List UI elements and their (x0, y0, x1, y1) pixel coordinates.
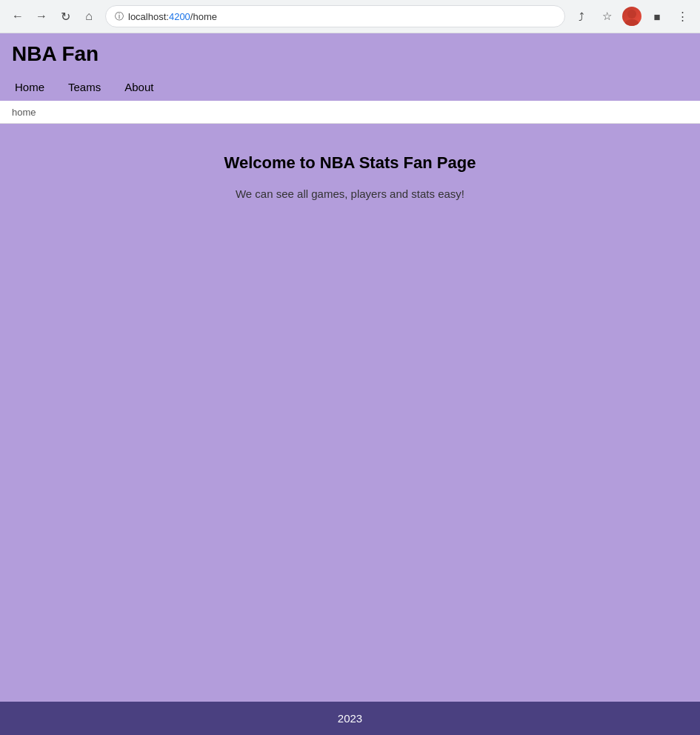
nav-home[interactable]: Home (12, 75, 56, 101)
breadcrumb-bar: home (0, 101, 700, 124)
app-wrapper: NBA Fan Home Teams About home Welcome to… (0, 33, 700, 735)
nav-teams[interactable]: Teams (56, 75, 113, 101)
home-button[interactable]: ⌂ (79, 6, 99, 27)
url-display: localhost:4200/home (128, 11, 556, 22)
more-button[interactable]: ⋮ (672, 6, 693, 27)
browser-actions: ⤴ ☆ ■ ⋮ (571, 6, 693, 27)
svg-point-1 (624, 19, 639, 26)
lock-icon: ⓘ (115, 10, 124, 23)
browser-toolbar: ← → ↻ ⌂ ⓘ localhost:4200/home ⤴ ☆ (0, 0, 700, 33)
footer-year: 2023 (338, 712, 362, 725)
app-footer: 2023 (0, 702, 700, 735)
svg-point-0 (627, 10, 636, 19)
reload-button[interactable]: ↻ (55, 6, 76, 27)
back-button[interactable]: ← (7, 6, 28, 27)
browser-chrome: ← → ↻ ⌂ ⓘ localhost:4200/home ⤴ ☆ (0, 0, 700, 33)
forward-button[interactable]: → (31, 6, 52, 27)
welcome-subtitle: We can see all games, players and stats … (236, 187, 464, 200)
welcome-title: Welcome to NBA Stats Fan Page (224, 153, 476, 173)
app-title: NBA Fan (12, 42, 688, 66)
bookmark-button[interactable]: ☆ (596, 6, 617, 27)
browser-nav-buttons: ← → ↻ ⌂ (7, 6, 99, 27)
extensions-button[interactable]: ■ (647, 6, 667, 27)
app-header: NBA Fan Home Teams About (0, 33, 700, 101)
main-content: Welcome to NBA Stats Fan Page We can see… (0, 124, 700, 702)
address-bar[interactable]: ⓘ localhost:4200/home (105, 5, 565, 27)
breadcrumb: home (12, 107, 36, 118)
nav-about[interactable]: About (113, 75, 165, 101)
profile-button[interactable] (621, 6, 642, 27)
app-nav: Home Teams About (12, 75, 688, 101)
url-port: 4200 (169, 11, 190, 22)
profile-avatar (622, 7, 641, 26)
share-button[interactable]: ⤴ (571, 6, 592, 27)
